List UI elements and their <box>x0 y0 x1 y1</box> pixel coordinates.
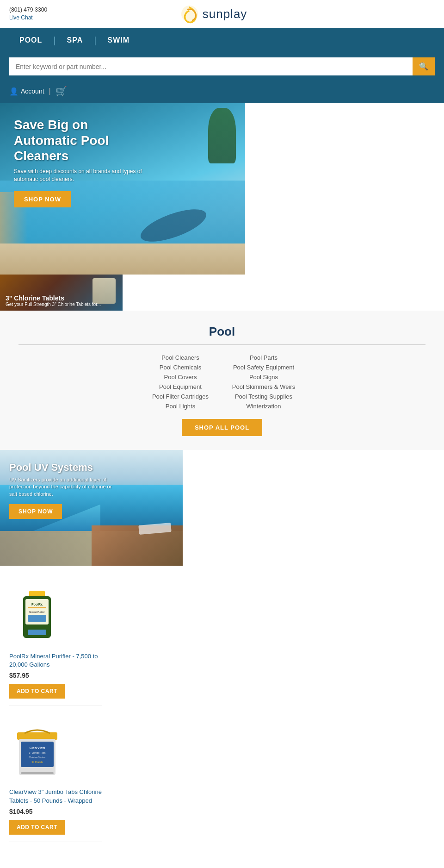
uv-patio-left <box>0 531 92 566</box>
hero-title: Save Big on Automatic Pool Cleaners <box>14 117 153 164</box>
product-image-poolrx: PoolRx Mineral Purifier <box>9 587 65 647</box>
hero-banner: Save Big on Automatic Pool Cleaners Save… <box>0 103 245 275</box>
poolrx-image-svg: PoolRx Mineral Purifier <box>16 589 58 644</box>
cat-pool-parts[interactable]: Pool Parts <box>250 354 278 361</box>
account-cart-divider: | <box>49 87 51 95</box>
uv-content: Pool UV Systems UV Sanitizers provide an… <box>9 462 120 519</box>
svg-rect-1 <box>29 591 45 597</box>
cat-pool-cleaners[interactable]: Pool Cleaners <box>161 354 199 361</box>
product-name-poolrx[interactable]: PoolRx Mineral Purifier - 7,500 to 20,00… <box>9 652 102 669</box>
account-link[interactable]: 👤 Account <box>9 87 44 96</box>
hero-subtitle: Save with deep discounts on all brands a… <box>14 168 143 183</box>
svg-text:ClearView: ClearView <box>29 746 45 749</box>
nav-divider-1: | <box>52 35 56 46</box>
uv-banner: Pool UV Systems UV Sanitizers provide an… <box>0 450 183 566</box>
search-bar: 🔍 <box>0 53 444 82</box>
cat-pool-skimmers[interactable]: Pool Skimmers & Weirs <box>232 383 295 390</box>
user-icon: 👤 <box>9 87 18 96</box>
svg-rect-7 <box>28 615 46 622</box>
cat-pool-lights[interactable]: Pool Lights <box>166 403 195 410</box>
svg-rect-16 <box>21 772 54 774</box>
uv-subtitle: UV Sanitizers provide an additional laye… <box>9 476 120 498</box>
chlorine-banner[interactable]: 3" Chlorine Tablets Get your Full Streng… <box>0 275 123 311</box>
svg-text:PoolRx: PoolRx <box>31 603 43 606</box>
product-card-poolrx: PoolRx Mineral Purifier PoolRx Mineral P… <box>9 580 102 706</box>
nav-item-swim[interactable]: SWIM <box>97 28 140 53</box>
top-bar: (801) 479-3300 Live Chat sunplay <box>0 0 444 28</box>
svg-text:Mineral Purifier: Mineral Purifier <box>29 611 45 613</box>
cart-icon[interactable]: 🛒 <box>56 86 67 97</box>
cat-pool-chemicals[interactable]: Pool Chemicals <box>160 364 201 371</box>
uv-title: Pool UV Systems <box>9 462 120 474</box>
product-price-poolrx: $57.95 <box>9 672 29 679</box>
main-nav: POOL | SPA | SWIM <box>0 28 444 53</box>
logo-text: sunplay <box>203 7 247 21</box>
uv-cta-button[interactable]: SHOP NOW <box>9 504 62 519</box>
nav-divider-2: | <box>93 35 97 46</box>
clearview-image-svg: ClearView 3" Jumbo Tabs Chlorine Tablets… <box>15 726 59 779</box>
cat-pool-signs[interactable]: Pool Signs <box>249 374 278 381</box>
add-to-cart-poolrx[interactable]: ADD TO CART <box>9 684 65 699</box>
hero-cta-button[interactable]: SHOP NOW <box>14 191 71 207</box>
pool-categories: Pool Cleaners Pool Chemicals Pool Covers… <box>9 354 435 410</box>
logo-area[interactable]: sunplay <box>179 4 247 24</box>
phone-number[interactable]: (801) 479-3300 <box>9 6 47 14</box>
svg-text:Chlorine Tablets: Chlorine Tablets <box>29 756 45 759</box>
svg-rect-8 <box>28 630 46 635</box>
svg-text:50 Pounds: 50 Pounds <box>31 761 43 763</box>
hero-plant <box>208 108 236 163</box>
svg-text:3" Jumbo Tabs: 3" Jumbo Tabs <box>29 751 45 754</box>
add-to-cart-clearview[interactable]: ADD TO CART <box>9 820 65 835</box>
account-label: Account <box>21 87 44 95</box>
section-divider <box>18 344 426 345</box>
category-col-right: Pool Parts Pool Safety Equipment Pool Si… <box>222 354 305 410</box>
category-col-left: Pool Cleaners Pool Chemicals Pool Covers… <box>139 354 222 410</box>
cat-pool-filter-cartridges[interactable]: Pool Filter Cartridges <box>152 393 209 400</box>
chlorine-text-area: 3" Chlorine Tablets Get your Full Streng… <box>6 294 101 307</box>
chlorine-subtitle: Get your Full Strength 3" Chlorine Table… <box>6 302 101 307</box>
shop-all-pool-button[interactable]: SHOP ALL POOL <box>182 419 262 436</box>
hero-deck <box>0 244 245 275</box>
product-name-clearview[interactable]: ClearView 3" Jumbo Tabs Chlorine Tablets… <box>9 788 102 805</box>
search-button[interactable]: 🔍 <box>413 57 435 75</box>
pool-section-title: Pool <box>9 325 435 339</box>
svg-rect-9 <box>17 732 57 740</box>
product-image-clearview: ClearView 3" Jumbo Tabs Chlorine Tablets… <box>9 722 65 782</box>
products-section: PoolRx Mineral Purifier PoolRx Mineral P… <box>0 566 444 856</box>
contact-info: (801) 479-3300 Live Chat <box>9 6 47 22</box>
search-container: 🔍 <box>9 57 435 75</box>
search-input[interactable] <box>9 58 413 75</box>
live-chat-link[interactable]: Live Chat <box>9 14 47 22</box>
cat-pool-covers[interactable]: Pool Covers <box>164 374 197 381</box>
cat-pool-testing[interactable]: Pool Testing Supplies <box>235 393 292 400</box>
hero-content: Save Big on Automatic Pool Cleaners Save… <box>14 117 153 207</box>
chlorine-title: 3" Chlorine Tablets <box>6 294 101 302</box>
logo-icon <box>179 4 200 24</box>
svg-rect-5 <box>28 607 46 608</box>
cat-pool-equipment[interactable]: Pool Equipment <box>159 383 202 390</box>
product-card-clearview: ClearView 3" Jumbo Tabs Chlorine Tablets… <box>9 715 102 842</box>
pool-section: Pool Pool Cleaners Pool Chemicals Pool C… <box>0 311 444 450</box>
account-bar: 👤 Account | 🛒 <box>0 82 444 103</box>
cat-winterization[interactable]: Winterization <box>246 403 281 410</box>
nav-item-spa[interactable]: SPA <box>57 28 93 53</box>
nav-item-pool[interactable]: POOL <box>9 28 52 53</box>
product-price-clearview: $104.95 <box>9 808 33 815</box>
cat-pool-safety[interactable]: Pool Safety Equipment <box>233 364 294 371</box>
